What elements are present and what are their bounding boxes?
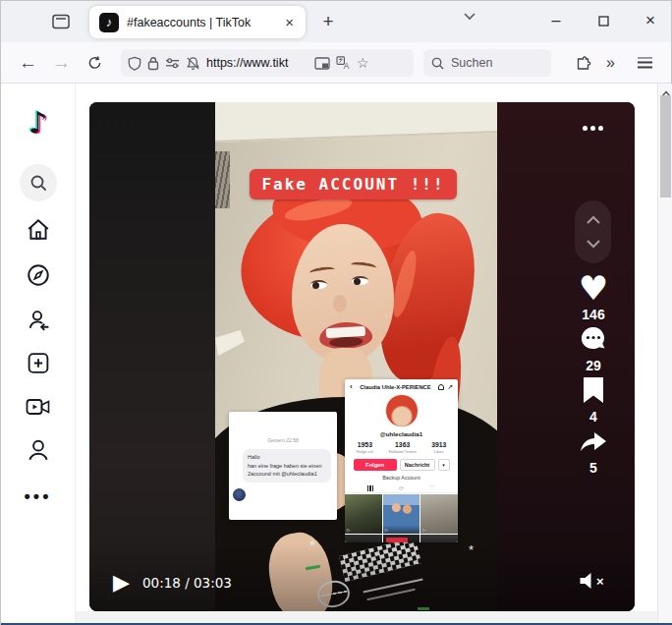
video-ceiling [215,102,497,142]
navigation-bar: ← → https://www.tikt [1,42,671,84]
profile-screenshot-card: ‹ Claudia Uhle-X-PERIENCE ↗ @uhleclaudia… [345,379,458,542]
browser-scrollbar[interactable] [657,84,672,625]
message-bubble: Hallo han eine frage haben sie einen 2ac… [243,449,331,483]
profile-tabs: ⟳ ♡ [345,483,458,493]
shield-icon [128,56,141,71]
window-close-button[interactable]: × [628,1,672,40]
bookmark-count: 4 [589,409,597,425]
back-button[interactable]: ← [19,52,37,74]
bookmark-icon[interactable] [583,373,604,407]
window-maximize-button[interactable] [581,1,626,40]
picture-in-picture-icon[interactable] [314,57,330,70]
extensions-puzzle-icon[interactable] [576,55,591,71]
tiktok-favicon-icon: ♪ [99,13,119,32]
video-vent [215,151,230,208]
hamburger-menu-icon[interactable] [638,57,652,68]
video-time: 00:18 / 03:03 [142,575,232,591]
sidebar-following-icon[interactable] [25,308,51,334]
share-icon[interactable] [579,425,608,458]
search-bar[interactable]: Suchen [423,49,551,77]
sidebar-explore-icon[interactable] [26,262,51,288]
search-placeholder: Suchen [451,56,492,70]
video-letterbox-left [89,102,215,611]
profile-stats: 1953 Folge ich 1363 Follower*innen 3913 … [345,441,458,454]
scrollbar-thumb[interactable] [660,95,671,198]
video-thumbnail [383,535,420,542]
page-content: ♪ ♪ ♪ [1,84,672,625]
list-tabs-chevron-icon[interactable] [463,12,476,21]
sidebar-live-icon[interactable] [25,396,51,418]
video-letterbox-right [497,102,635,611]
message-screenshot-card: Gestern 22:58 Hallo han eine frage haben… [229,412,337,520]
svg-text:A: A [344,61,350,70]
tiktok-sidebar: ♪ ♪ ♪ [1,84,76,625]
video-thumbnail [420,535,458,542]
titlebar: ♪ #fakeaccounts | TikTok × + – × [1,1,671,42]
video-more-options-icon[interactable] [583,126,603,131]
like-count: 146 [582,307,604,322]
fake-account-banner: Fake ACCOUNT !!! [250,169,457,199]
window-minimize-button[interactable]: – [533,1,579,40]
message-sender-avatar [233,488,246,501]
permissions-icon[interactable] [165,57,180,69]
profile-bio: Backup Account [345,475,458,481]
tab-title: #fakeaccounts | TikTok [127,16,283,29]
overflow-menu-icon[interactable]: » [606,54,613,72]
message-timestamp: Gestern 22:58 [229,437,337,443]
video-wall-shelf [215,330,245,356]
video-thumbnail [345,535,382,542]
profile-back-icon: ‹ [350,382,353,391]
translate-icon[interactable]: A [336,56,351,70]
video-thumbnail: ▷ [345,494,382,534]
tab-overview-icon[interactable] [48,11,74,32]
video-thumbnail: ▷ [383,494,420,534]
profile-name: Claudia Uhle-X-PERIENCE [356,384,435,390]
search-icon [431,57,444,70]
comment-icon[interactable] [579,322,608,356]
sidebar-profile-icon[interactable] [26,437,51,463]
eye [310,280,327,289]
new-tab-button[interactable]: + [315,9,341,34]
profile-video-grid: ▷ ▷ ▷ [345,494,458,542]
bookmark-star-icon[interactable]: ☆ [357,55,369,71]
forward-button: → [52,52,71,74]
like-heart-icon[interactable]: ♥ [579,271,608,305]
comment-count: 29 [586,358,601,373]
profile-share-icon: ↗ [447,383,453,391]
action-rail: ♥ 146 29 4 5 [573,271,614,476]
mute-button[interactable]: × [579,572,604,590]
sidebar-home-icon[interactable] [26,217,51,243]
profile-caret-icon: ▾ [438,459,450,471]
play-button[interactable]: ▶ [113,570,130,596]
lock-icon [147,56,159,71]
notifications-blocked-icon[interactable] [186,56,200,71]
repost-tab-icon: ⟳ [399,484,404,491]
reload-button[interactable] [87,55,102,70]
nose [333,295,347,312]
url-text[interactable]: https://www.tikt [206,56,308,70]
next-video-chevron-icon[interactable] [586,239,601,249]
profile-bell-icon [438,384,444,390]
liked-tab-icon: ♡ [429,484,435,492]
follow-button: Folgen [354,459,397,471]
page-below-video-strip [76,611,657,623]
previous-video-chevron-icon[interactable] [586,215,601,225]
url-bar[interactable]: https://www.tikt A ☆ [121,49,414,77]
video-thumbnail: ▷ [420,494,458,534]
video-nav-pill [575,200,611,263]
videos-grid-tab-icon [367,485,374,491]
eye [352,276,368,285]
sidebar-upload-icon[interactable] [26,351,50,375]
sidebar-more-icon[interactable]: ••• [25,486,52,507]
browser-window: ♪ #fakeaccounts | TikTok × + – × ← → [0,0,672,625]
share-count: 5 [589,460,597,476]
profile-avatar [385,394,419,427]
browser-tab[interactable]: ♪ #fakeaccounts | TikTok × [89,6,306,38]
video-player[interactable]: * * Fake ACCOUNT !!! ♥ 146 [89,102,635,611]
message-button: Nachricht [400,459,435,471]
sidebar-search-icon[interactable] [20,164,57,201]
tab-close-icon[interactable]: × [283,14,296,30]
tiktok-logo-icon[interactable]: ♪ ♪ ♪ [22,105,55,141]
profile-handle: @uhleclaudia1 [345,430,458,437]
